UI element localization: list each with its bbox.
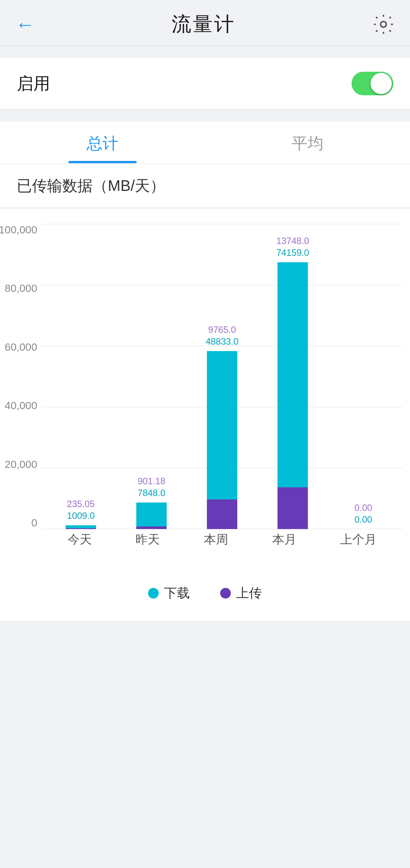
svg-point-0	[381, 22, 386, 27]
bar-upload	[207, 499, 237, 529]
y-label: 100,000	[0, 224, 37, 236]
data-label: 已传输数据（MB/天）	[17, 177, 165, 194]
y-label: 60,000	[5, 341, 37, 353]
bar-upload	[136, 526, 167, 529]
gap-1	[0, 46, 410, 52]
divider-3	[0, 208, 410, 208]
chart-inner: 235.051009.0901.187848.09765.048833.0137…	[42, 224, 402, 550]
bar-upload-value: 13748.0	[276, 235, 309, 247]
enable-label: 启用	[17, 72, 50, 95]
bar-stack	[136, 503, 167, 529]
bar-download-value: 74159.0	[276, 247, 309, 258]
y-label: 40,000	[5, 400, 37, 412]
enable-section: 启用	[0, 58, 410, 109]
bar-download-value: 0.00	[355, 514, 372, 525]
x-label: 上个月	[340, 531, 377, 548]
legend-upload-label: 上传	[236, 584, 262, 602]
bottom-area	[0, 621, 410, 651]
bars-area: 235.051009.0901.187848.09765.048833.0137…	[42, 224, 402, 529]
x-label: 今天	[68, 531, 92, 548]
bar-values: 13748.074159.0	[276, 235, 309, 258]
bar-download-value: 48833.0	[206, 336, 239, 347]
y-axis: 100,00080,00060,00040,00020,0000	[0, 224, 42, 550]
bar-group: 13748.074159.0	[278, 262, 308, 529]
bar-download	[207, 351, 237, 499]
y-label: 20,000	[5, 458, 37, 471]
bar-stack	[66, 525, 96, 529]
legend-upload: 上传	[220, 584, 262, 602]
bar-upload	[278, 487, 308, 529]
bar-values: 0.000.00	[355, 502, 372, 525]
bar-stack	[278, 262, 308, 529]
x-label: 昨天	[136, 531, 160, 548]
chart-section: 100,00080,00060,00040,00020,0000 235.051…	[0, 209, 410, 573]
bar-download	[66, 525, 96, 528]
x-label: 本周	[204, 531, 228, 548]
enable-toggle[interactable]	[352, 72, 393, 95]
bar-upload-value: 235.05	[67, 498, 95, 510]
bar-values: 235.051009.0	[67, 498, 95, 521]
bar-upload-value: 901.18	[137, 475, 165, 487]
bar-group: 9765.048833.0	[207, 351, 237, 529]
bar-values: 9765.048833.0	[206, 324, 239, 347]
chart-container: 100,00080,00060,00040,00020,0000 235.051…	[0, 224, 402, 550]
bar-download	[136, 503, 167, 526]
bar-group: 235.051009.0	[66, 525, 96, 529]
bar-download-value: 7848.0	[137, 487, 165, 499]
page-title: 流量计	[172, 11, 235, 38]
bar-download	[278, 262, 308, 487]
bar-upload-value: 9765.0	[208, 324, 236, 336]
bar-stack	[207, 351, 237, 529]
data-label-section: 已传输数据（MB/天）	[0, 164, 410, 208]
legend-section: 下载 上传	[0, 573, 410, 621]
tabs-row: 总计 平均	[0, 121, 410, 163]
tab-total[interactable]: 总计	[0, 121, 205, 163]
toggle-knob	[371, 73, 392, 94]
bar-values: 901.187848.0	[137, 475, 165, 499]
bar-download-value: 1009.0	[67, 510, 95, 521]
bar-group: 901.187848.0	[136, 503, 167, 529]
settings-icon[interactable]	[372, 13, 395, 36]
y-label: 0	[31, 517, 37, 529]
header: ← 流量计	[0, 0, 410, 46]
legend-download-label: 下载	[164, 584, 190, 602]
tab-average[interactable]: 平均	[205, 121, 410, 163]
back-button[interactable]: ←	[15, 13, 35, 36]
legend-download: 下载	[148, 584, 190, 602]
x-label: 本月	[272, 531, 296, 548]
bar-upload-value: 0.00	[355, 502, 372, 514]
legend-upload-dot	[220, 588, 231, 599]
legend-download-dot	[148, 588, 159, 599]
x-axis: 今天昨天本周本月上个月	[42, 529, 402, 550]
y-label: 80,000	[5, 282, 37, 295]
gap-2	[0, 109, 410, 115]
tabs-section: 总计 平均	[0, 121, 410, 163]
